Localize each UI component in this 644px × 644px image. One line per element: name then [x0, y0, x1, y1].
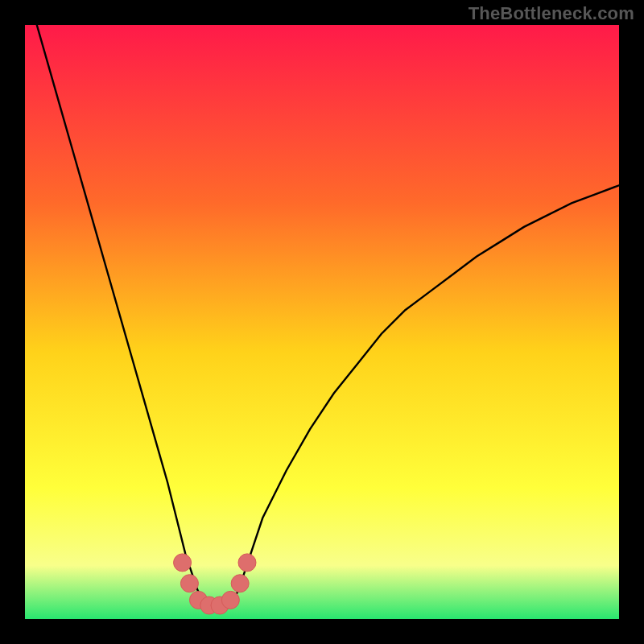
- curve-marker: [180, 575, 198, 592]
- watermark-text: TheBottleneck.com: [469, 3, 634, 24]
- curve-marker: [221, 591, 239, 609]
- chart-frame: TheBottleneck.com: [0, 0, 644, 644]
- curve-marker: [231, 575, 249, 592]
- curve-marker: [238, 554, 256, 572]
- gradient-background: [25, 25, 619, 619]
- plot-area: [25, 25, 619, 619]
- chart-svg: [25, 25, 619, 619]
- curve-marker: [174, 554, 192, 572]
